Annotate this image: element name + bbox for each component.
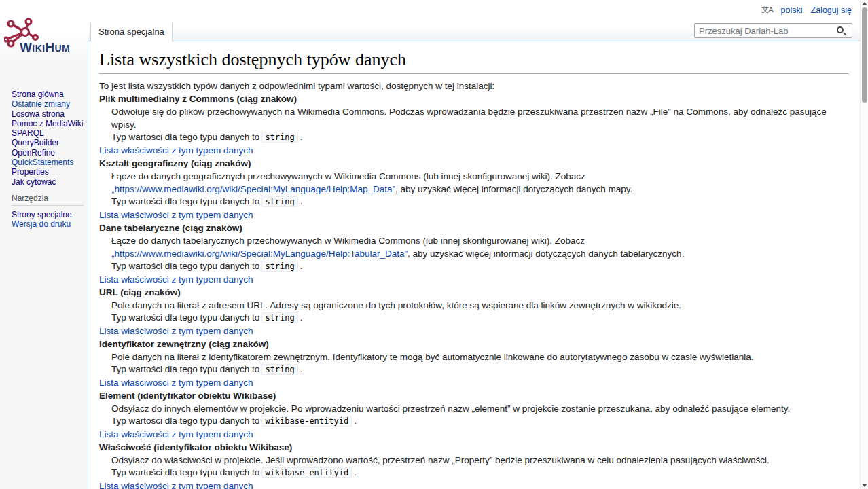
properties-link-row: Lista właściwości z tym typem danych (99, 145, 849, 156)
scrollbar-down-arrow-icon[interactable] (862, 484, 867, 487)
properties-link-row: Lista właściwości z tym typem danych (99, 429, 849, 440)
properties-link-row: Lista właściwości z tym typem danych (99, 274, 849, 285)
value-type-code: string (261, 312, 297, 323)
properties-list-link[interactable]: Lista właściwości z tym typem danych (99, 210, 253, 220)
datatype-title: Właściwość (identyfikator obiektu Wikiba… (99, 441, 849, 453)
datatype-title: Element (identyfikator obiektu Wikibase) (99, 390, 849, 401)
value-type-code: wikibase-entityid (261, 467, 352, 478)
sidebar-item-openrefine[interactable]: OpenRefine (12, 148, 55, 158)
list-item: QueryBuilder (12, 138, 84, 147)
properties-link-row: Lista właściwości z tym typem danych (99, 209, 849, 221)
value-type-code: string (261, 132, 297, 143)
list-item: Jak cytować (12, 177, 84, 187)
login-link[interactable]: Zaloguj się (811, 5, 852, 15)
intro-text: To jest lista wszystkich typów danych z … (99, 80, 849, 92)
properties-link-row: Lista właściwości z tym typem danych (99, 480, 849, 489)
datatype-section: Dane tabelaryczne (ciąg znaków) Łącze do… (99, 222, 849, 285)
datatype-section: Właściwość (identyfikator obiektu Wikiba… (99, 441, 849, 489)
properties-list-link[interactable]: Lista właściwości z tym typem danych (99, 145, 253, 156)
datatype-title: Plik multimedialny z Commons (ciąg znakó… (99, 93, 849, 105)
search-input[interactable] (695, 26, 834, 36)
sidebar-item-quickstatements[interactable]: QuickStatements (12, 158, 73, 167)
sidebar-tools-header: Narzędzia (12, 194, 84, 206)
list-item: Pomoc z MediaWiki (12, 119, 84, 128)
datatype-description: Pole danych na literał z adresem URL. Ad… (111, 299, 849, 312)
datatype-title: URL (ciąg znaków) (99, 287, 849, 298)
sidebar-item-ostatnie-zmiany[interactable]: Ostatnie zmiany (12, 99, 70, 109)
datatype-section: Element (identyfikator obiektu Wikibase)… (99, 390, 849, 440)
search-button[interactable] (834, 24, 852, 37)
datatype-valuetype: Typ wartości dla tego typu danych tostri… (111, 312, 849, 324)
properties-list-link[interactable]: Lista właściwości z tym typem danych (99, 326, 253, 336)
scrollbar-thumb[interactable] (862, 7, 867, 103)
properties-list-link[interactable]: Lista właściwości z tym typem danych (99, 481, 253, 489)
list-item: Ostatnie zmiany (12, 99, 84, 109)
properties-link-row: Lista właściwości z tym typem danych (99, 377, 849, 388)
sidebar-item-jak-cytowac[interactable]: Jak cytować (12, 177, 56, 187)
list-item: Strony specjalne (12, 210, 84, 219)
external-link[interactable]: „https://www.mediawiki.org/wiki/Special:… (111, 249, 408, 259)
datatype-title: Dane tabelaryczne (ciąg znaków) (99, 222, 849, 234)
datatype-section: Kształt geograficzny (ciąg znaków) Łącze… (99, 158, 849, 221)
value-type-code: string (261, 261, 297, 272)
page-title: Lista wszystkich dostępnych typów danych (99, 50, 849, 74)
datatype-valuetype: Typ wartości dla tego typu danych towiki… (111, 415, 849, 427)
properties-list-link[interactable]: Lista właściwości z tym typem danych (99, 378, 253, 388)
sidebar-nav-list: Strona główna Ostatnie zmiany Losowa str… (12, 90, 84, 187)
sidebar-item-wersja-do-druku[interactable]: Wersja do druku (12, 219, 71, 229)
datatype-section: Plik multimedialny z Commons (ciąg znakó… (99, 93, 849, 156)
value-type-code: wikibase-entityid (261, 416, 352, 427)
list-item: SPARQL (12, 128, 84, 138)
value-type-code: string (261, 196, 297, 207)
search-icon-handle (843, 32, 847, 36)
datatype-title: Kształt geograficzny (ciąg znaków) (99, 158, 849, 169)
sidebar-item-pomoc-mediawiki[interactable]: Pomoc z MediaWiki (12, 119, 83, 128)
datatype-title: Identyfikator zewnętrzny (ciąg znaków) (99, 338, 849, 350)
wikihum-logo[interactable]: WIKIHUM (4, 18, 84, 60)
list-item: Wersja do druku (12, 219, 84, 229)
language-link[interactable]: polski (781, 5, 803, 15)
scrollbar-up-arrow-icon[interactable] (862, 2, 867, 5)
datatype-description: Łącze do danych tabelarycznych przechowy… (111, 234, 849, 260)
list-item: Strona główna (12, 90, 84, 99)
vertical-scrollbar[interactable] (860, 0, 868, 489)
sidebar-item-sparql[interactable]: SPARQL (12, 128, 44, 138)
properties-list-link[interactable]: Lista właściwości z tym typem danych (99, 429, 253, 439)
datatype-description: Pole danych na literał z identyfikatorem… (111, 350, 849, 363)
sidebar-item-strona-glowna[interactable]: Strona główna (12, 90, 64, 99)
datatype-description: Odsyłacz do właściwości w projekcie. Jeś… (111, 454, 849, 467)
external-link[interactable]: „https://www.mediawiki.org/wiki/Special:… (111, 184, 395, 194)
list-item: QuickStatements (12, 158, 84, 167)
datatype-section: Identyfikator zewnętrzny (ciąg znaków) P… (99, 338, 849, 388)
datatype-valuetype: Typ wartości dla tego typu danych tostri… (111, 131, 849, 143)
datatype-valuetype: Typ wartości dla tego typu danych tostri… (111, 363, 849, 376)
datatype-description: Łącze do danych geograficznych przechowy… (111, 170, 849, 196)
personal-bar: 文A polski Zaloguj się (761, 5, 852, 15)
datatype-description: Odwołuje się do plików przechowywanych n… (111, 105, 849, 131)
sidebar-item-losowa-strona[interactable]: Losowa strona (12, 109, 65, 119)
properties-link-row: Lista właściwości z tym typem danych (99, 325, 849, 337)
sidebar-item-properties[interactable]: Properties (12, 167, 49, 177)
value-type-code: string (261, 364, 297, 375)
sidebar-item-querybuilder[interactable]: QueryBuilder (12, 138, 59, 147)
content-area: Lista wszystkich dostępnych typów danych… (88, 41, 860, 489)
list-item: Losowa strona (12, 109, 84, 119)
datatype-section: URL (ciąg znaków) Pole danych na literał… (99, 287, 849, 337)
sidebar-tools-list: Strony specjalne Wersja do druku (12, 210, 84, 230)
sidebar: Strona główna Ostatnie zmiany Losowa str… (12, 90, 84, 230)
datatype-valuetype: Typ wartości dla tego typu danych towiki… (111, 467, 849, 479)
datatype-valuetype: Typ wartości dla tego typu danych tostri… (111, 196, 849, 208)
language-selector-icon: 文A (761, 5, 772, 15)
properties-list-link[interactable]: Lista właściwości z tym typem danych (99, 274, 253, 285)
datatype-description: Odsyłacz do innych elementów w projekcie… (111, 402, 849, 415)
sidebar-item-strony-specjalne[interactable]: Strony specjalne (12, 210, 72, 219)
tab-special-page[interactable]: Strona specjalna (90, 22, 173, 41)
search-box (694, 23, 852, 38)
datatype-valuetype: Typ wartości dla tego typu danych tostri… (111, 260, 849, 272)
list-item: OpenRefine (12, 148, 84, 158)
wikihum-wordmark: WIKIHUM (20, 40, 70, 55)
list-item: Properties (12, 167, 84, 177)
